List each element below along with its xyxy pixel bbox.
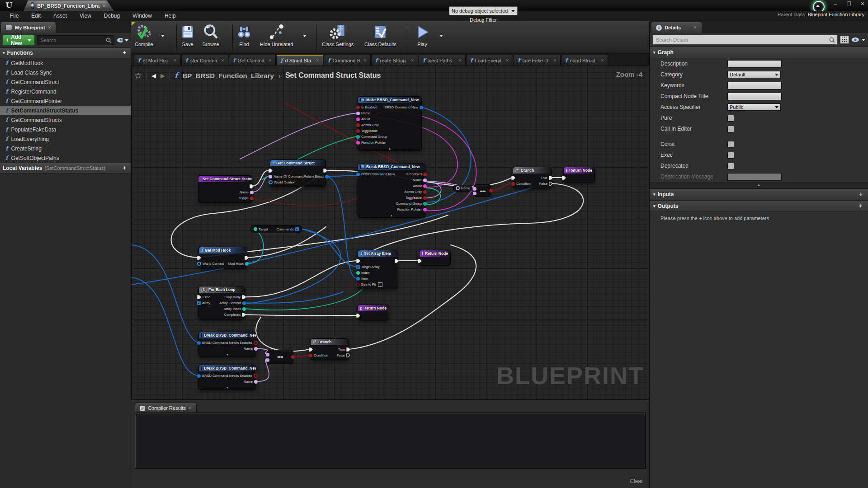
- outputs-section-header[interactable]: ▾ Outputs +: [650, 200, 868, 212]
- details-text-field[interactable]: [727, 93, 782, 100]
- details-text-field[interactable]: [727, 82, 782, 89]
- doc-tab-command-s[interactable]: fCommand S✕: [324, 55, 371, 66]
- function-item-setcommandstructstatus[interactable]: fSetCommandStructStatus: [0, 106, 131, 115]
- graph-node-break-b2[interactable]: Break BRSD_Command_NewBRSD Command NewIs…: [198, 365, 256, 390]
- find-button[interactable]: Find: [236, 23, 252, 47]
- node-collapse-arrow-icon[interactable]: ▲: [358, 147, 421, 150]
- function-item-loadeverything[interactable]: fLoadEverything: [0, 134, 131, 144]
- menu-help[interactable]: Help: [159, 12, 181, 20]
- eye-options-chevron-icon[interactable]: [125, 39, 128, 42]
- graph-node-eq-bottom[interactable]: ==: [267, 350, 293, 364]
- node-collapse-arrow-icon[interactable]: ▼: [199, 386, 256, 389]
- nav-back-icon[interactable]: ◀: [151, 72, 156, 79]
- graph-node-return-right[interactable]: Return Node: [419, 250, 451, 266]
- graph-node-set-command-struct-status[interactable]: Set Command Struct StatusNameToggle: [198, 175, 252, 203]
- asset-window-tab[interactable]: BP_BRSD_Function_Libra ✕: [24, 0, 114, 11]
- menu-asset[interactable]: Asset: [48, 12, 72, 20]
- graph-node-branch-top[interactable]: BranchTrueConditionFalse: [513, 167, 552, 188]
- doc-tab-close-icon[interactable]: ✕: [363, 58, 367, 63]
- graph-node-return-top[interactable]: Return Node: [563, 167, 595, 183]
- doc-tab-bject-paths[interactable]: fbject Paths✕: [419, 55, 466, 66]
- function-item-getmodhook[interactable]: fGetModHook: [0, 58, 131, 68]
- asset-tab-close-icon[interactable]: ✕: [102, 4, 106, 8]
- details-search-box[interactable]: [652, 35, 838, 45]
- visibility-eye-icon[interactable]: [117, 38, 123, 43]
- add-local-variable-button[interactable]: +: [121, 164, 128, 172]
- graph-node-break-b1[interactable]: Break BRSD_Command_NewBRSD Command NewIs…: [198, 332, 256, 357]
- compiler-results-output[interactable]: [135, 413, 646, 469]
- menu-view[interactable]: View: [74, 12, 97, 20]
- doc-tab-ster-comma[interactable]: fster Comma✕: [181, 55, 228, 66]
- doc-tab-load-everyt[interactable]: fLoad Everyt✕: [466, 55, 513, 66]
- details-checkbox[interactable]: [727, 152, 734, 159]
- hide-unrelated-button[interactable]: Hide Unrelated: [260, 23, 293, 47]
- function-item-getsoftobjectpaths[interactable]: fGetSoftObjectPaths: [0, 153, 131, 163]
- property-matrix-icon[interactable]: [840, 36, 849, 44]
- graph-node-get-mod-hook[interactable]: fGet Mod HookWorld ContextMod Hook: [198, 247, 247, 268]
- doc-tab-get-comma[interactable]: fGet Comma✕: [229, 55, 276, 66]
- class-settings-button[interactable]: Class Settings: [322, 23, 354, 47]
- chevron-down-icon[interactable]: [161, 35, 165, 37]
- graph-node-set-array-elem[interactable]: fSet Array ElemTarget ArrayIndexItemSize…: [358, 250, 397, 289]
- function-item-getcommandstructs[interactable]: fGetCommandStructs: [0, 115, 131, 125]
- graph-node-break-mid[interactable]: Break BRSD_Command_NewBRSD Command NewIs…: [358, 163, 425, 218]
- functions-section-header[interactable]: ▾ Functions +: [0, 47, 131, 58]
- favorite-star-icon[interactable]: ☆: [134, 70, 142, 81]
- doc-tab-close-icon[interactable]: ✕: [600, 58, 604, 63]
- tab-compiler-results[interactable]: Compiler Results ✕: [135, 403, 197, 413]
- doc-tab-late-fake-d[interactable]: flate Fake D✕: [514, 55, 561, 66]
- doc-tab-close-icon[interactable]: ✕: [268, 58, 272, 63]
- node-collapse-arrow-icon[interactable]: ▼: [199, 353, 256, 357]
- doc-tab-d-struct-sta[interactable]: fd Struct Sta✕: [276, 55, 323, 66]
- doc-tab-reate-string[interactable]: freate String✕: [371, 55, 418, 66]
- details-dropdown[interactable]: Default: [727, 71, 781, 78]
- function-item-populatefakedata[interactable]: fPopulateFakeData: [0, 125, 131, 134]
- my-blueprint-tab-close-icon[interactable]: ✕: [48, 25, 52, 30]
- menu-window[interactable]: Window: [127, 12, 157, 20]
- details-checkbox[interactable]: [727, 141, 734, 148]
- function-item-getcommandpointer[interactable]: fGetCommandPointer: [0, 96, 131, 106]
- details-checkbox[interactable]: [727, 115, 734, 122]
- function-item-getcommandstruct[interactable]: fGetCommandStruct: [0, 77, 131, 87]
- add-input-button[interactable]: +: [857, 191, 864, 198]
- minimize-button[interactable]: –: [832, 1, 839, 7]
- doc-tab-close-icon[interactable]: ✕: [410, 58, 414, 63]
- menu-edit[interactable]: Edit: [26, 12, 46, 20]
- class-defaults-button[interactable]: Class Defaults: [364, 23, 396, 47]
- function-item-registercommand[interactable]: fRegisterCommand: [0, 87, 131, 96]
- graph-node-eq-top[interactable]: ==: [474, 184, 491, 197]
- breadcrumb-function[interactable]: Set Command Struct Status: [285, 71, 381, 80]
- function-item-createstring[interactable]: fCreateString: [0, 144, 131, 153]
- details-search-input[interactable]: [655, 37, 829, 43]
- close-button[interactable]: ✕: [859, 1, 866, 7]
- doc-tab-close-icon[interactable]: ✕: [221, 58, 224, 63]
- details-view-options-eye-icon[interactable]: [851, 37, 859, 42]
- graph-node-target-commands[interactable]: TargetCommands: [250, 225, 302, 233]
- details-text-field[interactable]: [727, 60, 782, 68]
- doc-tab-nand-struct[interactable]: fnand Struct✕: [561, 55, 608, 66]
- doc-tab-close-icon[interactable]: ✕: [316, 58, 319, 63]
- doc-tab-close-icon[interactable]: ✕: [505, 58, 509, 63]
- details-checkbox[interactable]: [727, 163, 734, 169]
- blueprint-graph-canvas[interactable]: BLUEPRINT: [131, 66, 649, 400]
- graph-node-for-each-loop[interactable]: (↻)For Each LoopExecLoop BodyArrayArray …: [198, 286, 245, 319]
- doc-tab-close-icon[interactable]: ✕: [553, 58, 557, 63]
- add-function-button[interactable]: +: [121, 49, 128, 56]
- blueprint-search-box[interactable]: [37, 35, 114, 45]
- add-output-button[interactable]: +: [857, 202, 864, 210]
- browse-button[interactable]: Browse: [203, 23, 219, 47]
- nav-forward-icon[interactable]: ▶: [160, 72, 165, 79]
- doc-tab-et-mod-hoo[interactable]: fet Mod Hoo✕: [134, 55, 181, 66]
- function-item-load class sync[interactable]: fLoad Class Sync: [0, 68, 131, 77]
- graph-node-name-pill[interactable]: Name: [453, 185, 472, 192]
- graph-node-get-command-struct[interactable]: fGet Command StructName Of CommandReturn…: [270, 160, 326, 187]
- graph-node-make[interactable]: Make BRSD_Command_NewIs EnabledBRSD Comm…: [358, 96, 422, 151]
- add-new-button[interactable]: + Add New: [2, 35, 35, 46]
- save-button[interactable]: Save: [180, 23, 195, 47]
- details-splitter[interactable]: ▲: [650, 182, 868, 188]
- graph-section-header[interactable]: ▾ Graph: [650, 47, 868, 58]
- breadcrumb-library[interactable]: BP_BRSD_Function_Library: [182, 72, 274, 80]
- details-checkbox[interactable]: [727, 126, 734, 132]
- graph-node-return-mid[interactable]: Return Node: [358, 305, 389, 320]
- node-collapse-arrow-icon[interactable]: ▲: [358, 214, 425, 217]
